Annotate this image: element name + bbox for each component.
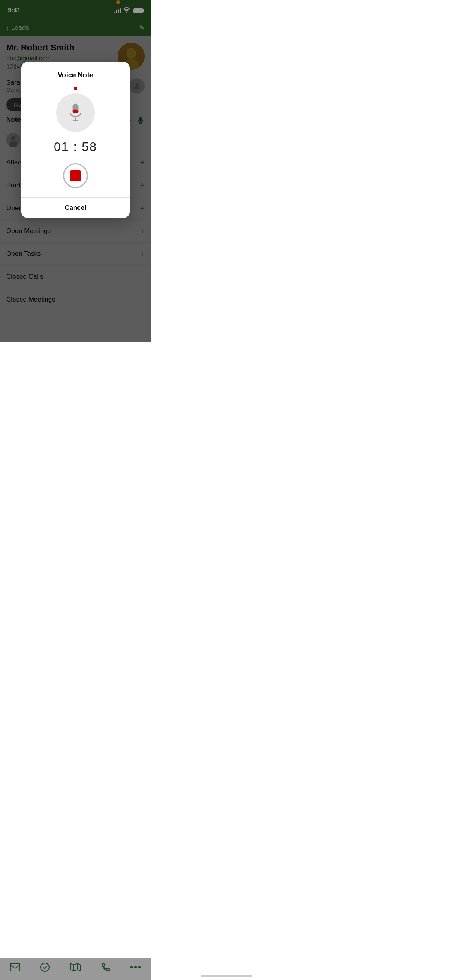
modal-title: Voice Note	[58, 71, 93, 79]
timer-display: 01 : 58	[54, 140, 97, 154]
mic-circle	[56, 93, 95, 132]
cancel-button[interactable]: Cancel	[21, 198, 130, 218]
svg-rect-21	[73, 110, 79, 113]
voice-note-modal: Voice Note 01 : 58 Cancel	[21, 62, 130, 218]
stop-icon	[70, 170, 81, 181]
microphone-icon	[66, 103, 85, 122]
modal-overlay: Voice Note 01 : 58 Cancel	[0, 0, 151, 342]
stop-recording-button[interactable]	[63, 163, 88, 188]
recording-indicator	[74, 87, 77, 90]
modal-body: Voice Note 01 : 58	[21, 62, 130, 197]
